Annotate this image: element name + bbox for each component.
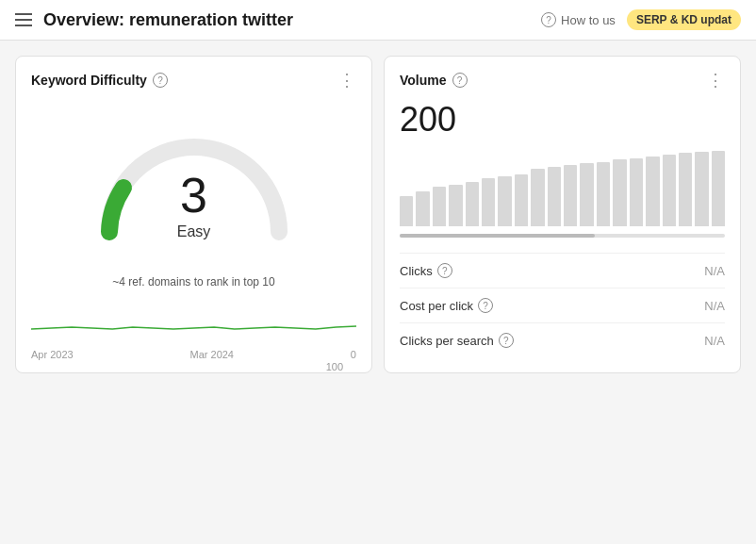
stat-row-0: Clicks?N/A <box>400 253 725 288</box>
bar <box>564 165 577 226</box>
trend-end-label: Mar 2024 <box>190 349 234 360</box>
kd-title-row: Keyword Difficulty ? <box>31 73 168 88</box>
kd-label: Easy <box>177 223 211 240</box>
volume-number: 200 <box>400 100 725 140</box>
trend-start-label: Apr 2023 <box>31 349 74 360</box>
stat-label-text-2: Clicks per search <box>400 334 494 348</box>
trend-labels: Apr 2023 Mar 2024 0 <box>31 349 356 360</box>
stat-label-0: Clicks? <box>400 263 452 278</box>
bar <box>416 191 429 226</box>
trend-chart: Apr 2023 Mar 2024 0 <box>31 296 356 353</box>
scroll-indicator[interactable] <box>400 234 725 238</box>
app-header: Overview: remuneration twitter ? How to … <box>0 0 756 41</box>
bar <box>597 162 610 226</box>
cards-container: Keyword Difficulty ? ⋮ 3 Easy ~4 ref. do… <box>0 41 756 388</box>
trend-svg <box>31 296 356 343</box>
trend-zero-label: 0 <box>351 349 356 360</box>
bar <box>515 174 528 226</box>
stat-row-2: Clicks per search?N/A <box>400 322 725 357</box>
stat-label-text-1: Cost per click <box>400 299 473 313</box>
bar <box>400 196 413 226</box>
volume-bar-chart <box>400 151 725 226</box>
stat-help-icon-2[interactable]: ? <box>499 333 514 348</box>
page-title: Overview: remuneration twitter <box>43 10 530 30</box>
vol-help-icon[interactable]: ? <box>452 73 468 88</box>
kd-help-icon[interactable]: ? <box>153 73 168 88</box>
stat-label-1: Cost per click? <box>400 298 493 313</box>
bar <box>695 152 708 226</box>
kd-card-title: Keyword Difficulty <box>31 73 147 88</box>
kd-sublabel: ~4 ref. domains to rank in top 10 <box>31 275 356 288</box>
scroll-thumb <box>400 234 595 238</box>
kd-gauge: 3 Easy <box>31 100 356 270</box>
vol-card-header: Volume ? ⋮ <box>400 72 725 89</box>
keyword-difficulty-card: Keyword Difficulty ? ⋮ 3 Easy ~4 ref. do… <box>15 56 372 373</box>
bar <box>646 157 659 226</box>
bar <box>433 187 446 226</box>
bar <box>630 158 643 226</box>
kd-max-label: 100 <box>326 361 343 372</box>
serp-badge[interactable]: SERP & KD updat <box>627 9 741 30</box>
bar <box>482 178 495 226</box>
bar <box>498 176 511 226</box>
bar <box>712 151 725 226</box>
bar <box>580 163 593 226</box>
kd-score: 3 <box>180 171 207 220</box>
stat-label-text-0: Clicks <box>400 264 433 278</box>
stat-value-0: N/A <box>704 264 725 278</box>
stats-rows: Clicks?N/ACost per click?N/AClicks per s… <box>400 253 725 357</box>
stat-value-2: N/A <box>704 334 725 348</box>
stat-help-icon-0[interactable]: ? <box>437 263 452 278</box>
bar <box>466 182 479 226</box>
help-link[interactable]: ? How to us <box>541 12 616 27</box>
gauge-center: 3 Easy <box>177 171 211 240</box>
kd-card-header: Keyword Difficulty ? ⋮ <box>31 72 356 89</box>
vol-more-icon[interactable]: ⋮ <box>707 72 725 89</box>
stat-label-2: Clicks per search? <box>400 333 514 348</box>
bar <box>548 167 561 226</box>
stat-row-1: Cost per click?N/A <box>400 288 725 322</box>
vol-card-title: Volume <box>400 73 447 88</box>
bar <box>679 153 692 226</box>
bar <box>531 169 544 226</box>
stat-value-1: N/A <box>704 299 725 313</box>
kd-more-icon[interactable]: ⋮ <box>338 72 356 89</box>
bar <box>449 185 462 226</box>
stat-help-icon-1[interactable]: ? <box>478 298 493 313</box>
bar <box>663 155 676 226</box>
help-circle-icon: ? <box>541 12 556 27</box>
vol-title-row: Volume ? <box>400 73 468 88</box>
hamburger-menu-icon[interactable] <box>15 13 32 26</box>
help-text: How to us <box>561 13 616 27</box>
volume-card: Volume ? ⋮ 200 Clicks?N/ACost per click?… <box>384 56 741 373</box>
bar <box>613 159 626 226</box>
